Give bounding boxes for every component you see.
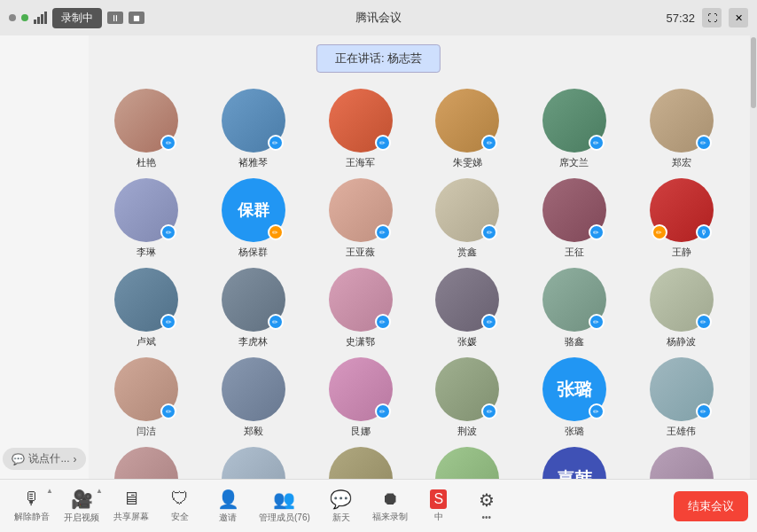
participant-cell[interactable]: ✏王雄伟 — [632, 357, 730, 438]
scrollbar-thumb[interactable] — [751, 37, 756, 108]
end-meeting-button[interactable]: 结束会议 — [674, 491, 748, 521]
participant-name: 荆波 — [457, 425, 477, 438]
participant-name: 王亚薇 — [346, 246, 375, 259]
avatar: 嘉韩 — [542, 447, 606, 479]
avatar-wrap: ✏🎙 — [650, 178, 714, 242]
avatar-wrap: ✏ — [222, 89, 285, 153]
chat-icon: 💬 — [12, 453, 25, 466]
security-label: 安全 — [171, 511, 189, 523]
apps-icon: S — [430, 489, 447, 509]
share-icon: 🖥 — [122, 489, 140, 509]
avatar-wrap: ✏ — [329, 268, 393, 332]
participant-name: 李虎林 — [238, 335, 268, 348]
avatar — [329, 447, 393, 479]
share-button[interactable]: 🖥 共享屏幕 — [108, 485, 154, 527]
participant-cell[interactable]: ✏王海军 — [311, 89, 410, 169]
chat-placeholder: 说点什... — [28, 451, 69, 466]
bar4 — [44, 12, 47, 24]
avatar-wrap: ✏ — [329, 89, 393, 153]
chat-button[interactable]: 💬 新天 — [319, 485, 363, 528]
avatar-wrap: ✏ — [329, 357, 393, 421]
participant-name: 朱雯娣 — [453, 156, 482, 169]
participant-cell[interactable]: ✏史潇鄂 — [311, 268, 410, 348]
avatar-wrap: ✏ — [435, 89, 499, 153]
participant-cell[interactable]: ✏ — [418, 447, 517, 479]
avatar-badge: ✏ — [696, 403, 712, 419]
record-icon: ⏺ — [381, 489, 399, 509]
participant-cell[interactable]: ✏杜艳 — [98, 89, 196, 169]
participant-name: 杜艳 — [137, 156, 156, 169]
participant-cell[interactable]: ✏卢斌 — [98, 268, 196, 348]
participant-cell[interactable]: 嘉韩✏嘉韩 — [526, 447, 624, 479]
avatar-wrap: ✏ — [114, 89, 178, 153]
close-button[interactable]: ✕ — [729, 8, 748, 27]
meeting-timer: 57:32 — [666, 12, 695, 25]
participant-cell[interactable]: 张璐✏张璐 — [526, 357, 624, 438]
expand-button[interactable]: ⛶ — [702, 8, 722, 27]
participant-cell[interactable]: ✏王亚薇 — [311, 178, 410, 259]
record-toolbar-button[interactable]: ⏺ 福来录制 — [367, 485, 413, 527]
avatar-wrap: ✏ — [329, 178, 393, 242]
send-icon: › — [74, 453, 77, 466]
avatar — [222, 447, 285, 479]
participant-cell[interactable]: ✏张媛 — [418, 268, 517, 348]
participant-cell[interactable]: ✏赏鑫 — [418, 178, 517, 259]
participants-area: ✏杜艳✏褚雅琴✏王海军✏朱雯娣✏席文兰✏郑宏✏李琳保群✏杨保群✏王亚薇✏赏鑫✏王… — [89, 35, 748, 479]
pause-button[interactable]: ⏸ — [107, 12, 123, 24]
mute-label: 解除静音 — [14, 511, 50, 523]
participant-cell[interactable]: ✏王征 — [526, 178, 624, 259]
more-label: ••• — [482, 512, 492, 522]
record-button[interactable]: 录制中 — [52, 8, 102, 28]
camera-button[interactable]: ▲ 🎥 开启视频 — [59, 485, 105, 528]
participant-name: 褚雅琴 — [238, 156, 268, 169]
stop-button[interactable]: ⏹ — [129, 12, 144, 24]
participant-cell[interactable]: ✏李琳 — [98, 178, 196, 259]
participant-cell[interactable]: 保群✏杨保群 — [205, 178, 303, 259]
manage-label: 管理成员(76) — [259, 512, 310, 524]
participant-cell[interactable]: ✏褚雅琴 — [205, 89, 303, 169]
avatar-wrap: ✏ — [114, 447, 178, 479]
participant-name: 席文兰 — [559, 156, 589, 169]
invite-button[interactable]: 👤 邀请 — [206, 485, 250, 528]
record-toolbar-label: 福来录制 — [372, 511, 408, 523]
participant-cell[interactable]: ✏闫洁 — [98, 357, 196, 438]
participant-cell[interactable]: ✏荆波 — [418, 357, 517, 438]
more-options-button[interactable]: ⚙ ••• — [464, 486, 509, 526]
manage-button[interactable]: 👥 管理成员(76) — [254, 485, 316, 528]
participant-name: 王雄伟 — [667, 425, 696, 438]
chat-input-area[interactable]: 💬 说点什... › — [3, 448, 85, 470]
avatar-wrap: ✏ — [542, 178, 606, 242]
participant-cell[interactable]: ✏郑宏 — [632, 89, 730, 169]
participant-name: 张媛 — [457, 335, 477, 348]
participant-cell[interactable]: ✏骆鑫 — [526, 268, 624, 348]
avatar-badge: ✏ — [375, 314, 391, 330]
mute-button[interactable]: ▲ 🎙 解除静音 — [9, 485, 55, 527]
grid-icon: ⚙ — [479, 489, 495, 511]
security-button[interactable]: 🛡 安全 — [158, 485, 202, 527]
participant-name: 杨静波 — [667, 335, 696, 348]
apps-button[interactable]: S 中 — [417, 486, 461, 527]
host-badge: ✏ — [652, 224, 667, 240]
participant-cell[interactable]: ✏ — [205, 447, 303, 479]
participant-cell[interactable]: ✏ — [632, 447, 730, 479]
participant-cell[interactable]: ✏艮娜 — [311, 357, 410, 438]
participant-cell[interactable]: ✏🎙王静 — [632, 178, 730, 259]
participant-cell[interactable]: ✏杨静波 — [632, 268, 730, 348]
avatar-wrap: ✏ — [542, 89, 606, 153]
top-bar-right: 57:32 ⛶ ✕ — [666, 8, 748, 27]
avatar-badge: ✏ — [589, 224, 605, 240]
avatar-wrap: ✏ — [650, 268, 714, 332]
participant-name: 李琳 — [137, 246, 156, 259]
participant-cell[interactable]: ✏李虎林 — [205, 268, 303, 348]
scrollbar[interactable] — [750, 35, 757, 479]
avatar-wrap: ✏ — [650, 357, 714, 421]
participant-cell[interactable]: ✏ — [98, 447, 196, 479]
participant-cell[interactable]: ✏席文兰 — [526, 89, 624, 169]
participant-cell[interactable]: ✏朱雯娣 — [418, 89, 517, 169]
participant-cell[interactable]: 郑毅 — [205, 357, 303, 438]
avatar-wrap — [222, 357, 285, 421]
avatar-badge: ✏ — [160, 314, 176, 330]
avatar-badge: ✏ — [375, 403, 391, 419]
bar1 — [34, 20, 36, 24]
participant-cell[interactable]: ✏ — [311, 447, 410, 479]
